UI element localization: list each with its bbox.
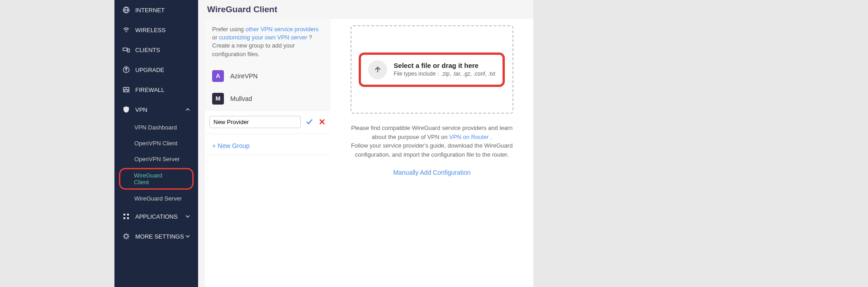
main-content: WireGuard Client Prefer using other VPN … <box>198 0 533 287</box>
chevron-down-icon <box>185 215 190 218</box>
nav-label: VPN <box>135 106 147 113</box>
devices-icon <box>123 46 130 53</box>
nav-label: APPLICATIONS <box>135 213 178 220</box>
firewall-icon <box>123 86 130 93</box>
subnav-openvpn-client[interactable]: OpenVPN Client <box>114 135 198 151</box>
upload-icon <box>368 60 387 79</box>
content-card: Prefer using other VPN service providers… <box>205 19 533 287</box>
manual-add-link[interactable]: Manually Add Configuration <box>393 169 470 176</box>
nav-more-settings[interactable]: MORE SETTINGS <box>114 226 198 246</box>
provider-icon: A <box>212 70 224 82</box>
svg-rect-5 <box>128 49 129 52</box>
nav-upgrade[interactable]: UPGRADE <box>114 60 198 80</box>
chevron-up-icon <box>185 108 190 111</box>
apps-icon <box>123 213 130 220</box>
nav-label: WIRELESS <box>135 27 166 33</box>
new-provider-input[interactable] <box>209 116 301 128</box>
provider-azirevpn[interactable]: A AzireVPN <box>205 65 331 87</box>
nav-label: MORE SETTINGS <box>135 233 184 240</box>
svg-point-16 <box>124 234 128 238</box>
subnav-openvpn-server[interactable]: OpenVPN Server <box>114 151 198 167</box>
subnav-wireguard-server[interactable]: WireGuard Server <box>114 191 198 206</box>
custom-server-link[interactable]: customizing your own VPN server <box>219 34 307 41</box>
svg-rect-13 <box>127 214 129 215</box>
drop-subtitle: File types include：.zip, .tar, .gz, .con… <box>394 70 495 78</box>
nav-firewall[interactable]: FIREWALL <box>114 80 198 100</box>
nav-label: CLIENTS <box>135 47 160 53</box>
cancel-icon[interactable] <box>318 118 326 126</box>
prefer-text: Prefer using other VPN service providers… <box>205 19 331 65</box>
confirm-icon[interactable] <box>305 118 313 126</box>
upload-panel: Select a file or drag it here File types… <box>331 19 533 287</box>
nav-internet[interactable]: INTERNET <box>114 0 198 20</box>
new-group-button[interactable]: + New Group <box>205 134 331 155</box>
nav-label: INTERNET <box>135 7 165 14</box>
new-provider-row <box>205 110 331 134</box>
nav-clients[interactable]: CLIENTS <box>114 40 198 60</box>
svg-rect-15 <box>127 217 129 219</box>
text-fragment: or <box>212 34 219 41</box>
chevron-down-icon <box>185 235 190 238</box>
page-title: WireGuard Client <box>198 0 533 19</box>
provider-mullvad[interactable]: M Mullvad <box>205 87 331 110</box>
text-fragment: . <box>490 134 492 140</box>
subnav-wireguard-client[interactable]: WireGuard Client <box>119 168 194 190</box>
svg-point-3 <box>126 31 127 33</box>
nav-label: FIREWALL <box>135 86 165 93</box>
nav-label: UPGRADE <box>135 67 164 73</box>
nav-applications[interactable]: APPLICATIONS <box>114 206 198 226</box>
provider-icon: M <box>212 93 224 105</box>
sidebar: INTERNET WIRELESS CLIENTS UPGRADE FIREWA <box>114 0 198 287</box>
gear-icon <box>123 233 130 240</box>
info-text: Please find compatible WireGuard service… <box>351 124 513 159</box>
upgrade-icon <box>123 66 130 73</box>
nav-vpn[interactable]: VPN <box>114 100 198 120</box>
other-providers-link[interactable]: other VPN service providers <box>246 26 319 33</box>
text-fragment: Follow your service provider's guide, do… <box>351 142 512 158</box>
gutter-left <box>0 0 114 287</box>
shield-icon <box>123 106 130 113</box>
provider-name: AzireVPN <box>230 72 258 80</box>
gutter-right <box>533 0 868 287</box>
wifi-icon <box>123 26 130 33</box>
svg-rect-4 <box>123 48 127 51</box>
nav-wireless[interactable]: WIRELESS <box>114 20 198 40</box>
provider-panel: Prefer using other VPN service providers… <box>205 19 331 287</box>
globe-icon <box>123 6 130 14</box>
file-drop-zone[interactable]: Select a file or drag it here File types… <box>351 25 513 114</box>
provider-name: Mullvad <box>230 95 252 102</box>
drop-center-highlight: Select a file or drag it here File types… <box>359 53 505 87</box>
subnav-vpn-dashboard[interactable]: VPN Dashboard <box>114 120 198 135</box>
drop-title: Select a file or drag it here <box>394 62 495 69</box>
vpn-on-router-link[interactable]: VPN on Router <box>449 134 490 140</box>
svg-rect-12 <box>123 214 125 215</box>
text-fragment: Prefer using <box>212 26 246 33</box>
svg-rect-14 <box>123 217 125 219</box>
